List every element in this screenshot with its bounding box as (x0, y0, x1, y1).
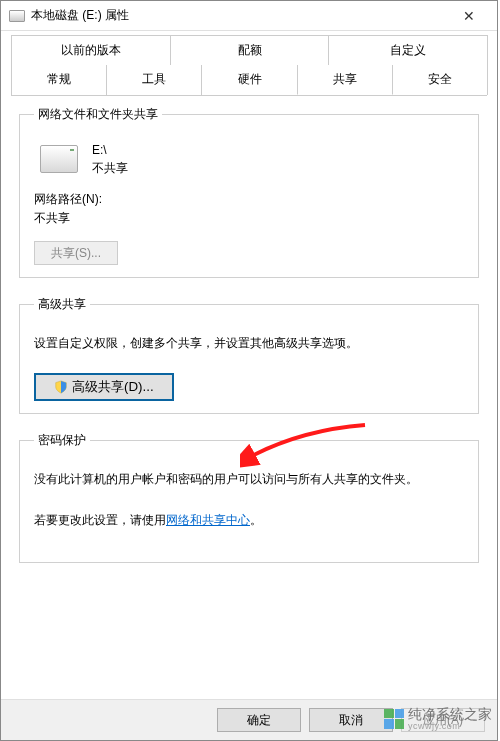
drive-icon (9, 10, 25, 22)
password-desc-2: 若要更改此设置，请使用网络和共享中心。 (34, 510, 464, 530)
watermark-name: 纯净系统之家 (408, 707, 492, 722)
tab-customize[interactable]: 自定义 (328, 35, 488, 65)
properties-dialog: 本地磁盘 (E:) 属性 ✕ 以前的版本 配额 自定义 常规 工具 硬件 共享 … (0, 0, 498, 741)
cancel-button[interactable]: 取消 (309, 708, 393, 732)
watermark: 纯净系统之家 ycwwjy.com (384, 707, 492, 731)
password-desc-2-suffix: 。 (250, 513, 262, 527)
network-sharing-center-link[interactable]: 网络和共享中心 (166, 513, 250, 527)
tab-previous-versions[interactable]: 以前的版本 (11, 35, 171, 65)
shield-icon (54, 380, 68, 394)
tab-hardware[interactable]: 硬件 (201, 65, 297, 95)
tab-content: 网络文件和文件夹共享 E:\ 不共享 网络路径(N): 不共享 共享(S)...… (1, 96, 497, 699)
network-path-label: 网络路径(N): (34, 191, 464, 208)
tabs-area: 以前的版本 配额 自定义 常规 工具 硬件 共享 安全 (1, 31, 497, 96)
ok-button[interactable]: 确定 (217, 708, 301, 732)
tab-quota[interactable]: 配额 (170, 35, 330, 65)
network-path-value: 不共享 (34, 210, 464, 227)
drive-display: E:\ 不共享 (40, 141, 464, 177)
password-desc-2-prefix: 若要更改此设置，请使用 (34, 513, 166, 527)
share-button[interactable]: 共享(S)... (34, 241, 118, 265)
tab-row-2: 常规 工具 硬件 共享 安全 (11, 65, 487, 96)
group-advanced-share: 高级共享 设置自定义权限，创建多个共享，并设置其他高级共享选项。 高级共享(D)… (19, 296, 479, 414)
group-password-protect-legend: 密码保护 (34, 432, 90, 449)
tab-general[interactable]: 常规 (11, 65, 107, 95)
share-status: 不共享 (92, 159, 128, 177)
watermark-text: 纯净系统之家 ycwwjy.com (408, 707, 492, 731)
close-button[interactable]: ✕ (449, 1, 489, 31)
advanced-share-desc: 设置自定义权限，创建多个共享，并设置其他高级共享选项。 (34, 333, 464, 353)
watermark-url: ycwwjy.com (408, 722, 492, 731)
drive-large-icon (40, 145, 78, 173)
drive-path: E:\ (92, 141, 128, 159)
group-advanced-share-legend: 高级共享 (34, 296, 90, 313)
tab-security[interactable]: 安全 (392, 65, 488, 95)
advanced-share-button[interactable]: 高级共享(D)... (34, 373, 174, 401)
tab-tools[interactable]: 工具 (106, 65, 202, 95)
group-network-share-legend: 网络文件和文件夹共享 (34, 106, 162, 123)
tab-row-1: 以前的版本 配额 自定义 (11, 35, 487, 65)
password-desc-1: 没有此计算机的用户帐户和密码的用户可以访问与所有人共享的文件夹。 (34, 469, 464, 489)
titlebar[interactable]: 本地磁盘 (E:) 属性 ✕ (1, 1, 497, 31)
window-title: 本地磁盘 (E:) 属性 (31, 7, 449, 24)
group-network-share: 网络文件和文件夹共享 E:\ 不共享 网络路径(N): 不共享 共享(S)... (19, 106, 479, 278)
tab-sharing[interactable]: 共享 (297, 65, 393, 95)
watermark-logo-icon (384, 709, 404, 729)
drive-info: E:\ 不共享 (92, 141, 128, 177)
advanced-share-button-label: 高级共享(D)... (72, 378, 154, 396)
group-password-protect: 密码保护 没有此计算机的用户帐户和密码的用户可以访问与所有人共享的文件夹。 若要… (19, 432, 479, 563)
